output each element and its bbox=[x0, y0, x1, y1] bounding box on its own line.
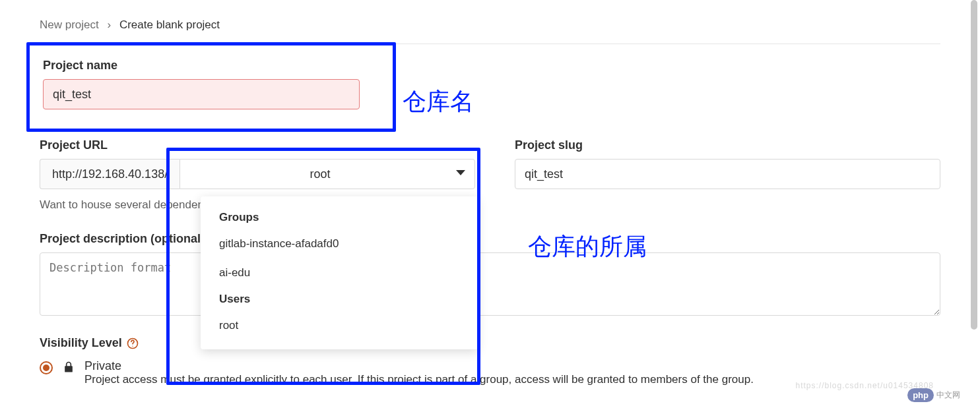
description-label: Project description (optional) bbox=[40, 232, 940, 246]
visibility-option-title: Private bbox=[84, 359, 754, 373]
php-logo-icon: php bbox=[907, 388, 934, 402]
project-url-prefix: http://192.168.40.138/ bbox=[40, 159, 180, 189]
breadcrumb-current: Create blank project bbox=[119, 18, 220, 31]
annotation-box-project-name: Project name bbox=[26, 42, 396, 132]
description-input[interactable] bbox=[40, 252, 940, 316]
project-name-input[interactable] bbox=[43, 79, 360, 109]
svg-point-1 bbox=[132, 345, 133, 346]
help-icon[interactable] bbox=[126, 337, 139, 350]
visibility-label: Visibility Level bbox=[40, 336, 122, 350]
visibility-row: Visibility Level Private Project access … bbox=[40, 336, 940, 386]
namespace-hint: Want to house several dependent projects… bbox=[40, 198, 940, 212]
chevron-right-icon: › bbox=[108, 18, 112, 31]
scrollbar[interactable] bbox=[971, 0, 977, 330]
annotation-repo-owner: 仓库的所属 bbox=[528, 231, 647, 263]
namespace-dropdown[interactable]: Groups gitlab-instance-afadafd0 ai-edu U… bbox=[201, 196, 478, 349]
site-badge-text: 中文网 bbox=[936, 390, 960, 401]
site-badge: php 中文网 bbox=[907, 388, 960, 402]
lock-icon bbox=[62, 361, 75, 376]
project-slug-label: Project slug bbox=[515, 138, 940, 152]
project-slug-input[interactable] bbox=[515, 159, 940, 189]
visibility-option-desc: Project access must be granted explicitl… bbox=[84, 373, 754, 386]
dropdown-users-header: Users bbox=[201, 287, 478, 311]
radio-selected-icon[interactable] bbox=[40, 361, 53, 374]
breadcrumb: New project › Create blank project bbox=[40, 18, 940, 32]
dropdown-item-user[interactable]: root bbox=[201, 311, 478, 340]
project-url-row: Project URL http://192.168.40.138/ root … bbox=[40, 138, 940, 212]
dropdown-item-group[interactable]: ai-edu bbox=[201, 258, 478, 287]
dropdown-item-group[interactable]: gitlab-instance-afadafd0 bbox=[201, 229, 478, 258]
annotation-repo-name: 仓库名 bbox=[403, 86, 474, 118]
dropdown-groups-header: Groups bbox=[201, 206, 478, 229]
project-url-group: http://192.168.40.138/ root bbox=[40, 159, 475, 189]
description-row: Project description (optional) bbox=[40, 232, 940, 318]
breadcrumb-parent[interactable]: New project bbox=[40, 18, 99, 31]
project-url-label: Project URL bbox=[40, 138, 475, 152]
project-name-label: Project name bbox=[43, 59, 379, 73]
project-namespace-select[interactable]: root bbox=[180, 159, 475, 189]
